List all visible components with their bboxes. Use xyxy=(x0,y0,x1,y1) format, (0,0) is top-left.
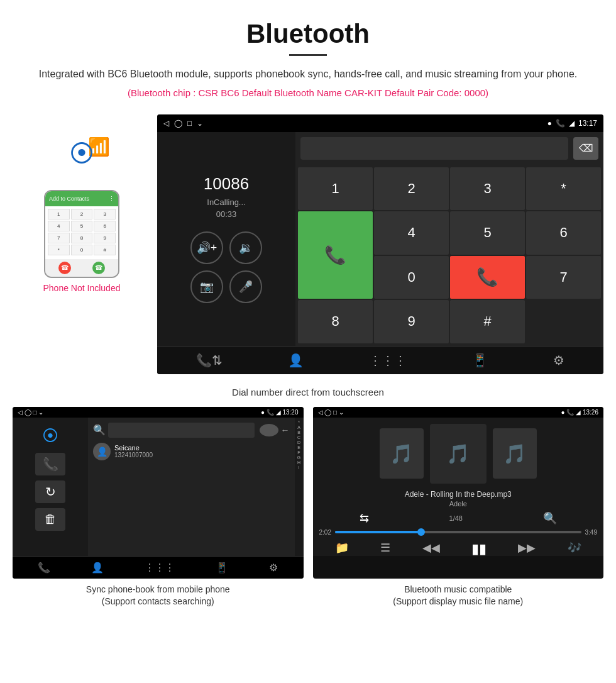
phone-key-0[interactable]: 0 xyxy=(71,245,93,255)
android-status-bar: ◁ ◯ □ ⌄ ● 📞 ◢ 13:17 xyxy=(157,114,603,132)
bluetooth-active-icon: ⦿ xyxy=(35,425,65,448)
dial-right-panel: ⌫ 1 2 3 * 📞 4 5 6 0 📞 7 8 9 # xyxy=(295,132,603,346)
music-album-art-row: 🎵 🎵 🎵 xyxy=(380,424,537,484)
equalizer-icon[interactable]: 🎶 xyxy=(568,541,581,557)
phonebook-contact-item[interactable]: 👤 Seicane 13241007000 xyxy=(93,443,290,460)
phone-key-hash[interactable]: # xyxy=(94,245,116,255)
call-red-button[interactable]: 📞 xyxy=(450,256,525,299)
phonebook-screenshot-block: ◁ ◯ □ ⌄ ● 📞 ◢ 13:20 ⦿ 📞 ↻ 🗑 🔍 xyxy=(13,407,304,611)
key-0[interactable]: 0 xyxy=(374,256,449,299)
music-caption: Bluetooth music compatible (Support disp… xyxy=(313,579,604,611)
phone-illustration: 📶 ⦿ Add to Contacts ⋮ 1 2 3 4 5 6 xyxy=(13,114,151,293)
music-body: 🎵 🎵 🎵 Adele - Rolling In the Deep.mp3 Ad… xyxy=(313,418,604,556)
phone-key-4[interactable]: 4 xyxy=(48,221,70,231)
transfer-call-button[interactable]: 📷 xyxy=(190,270,223,303)
progress-thumb[interactable] xyxy=(417,528,425,536)
music-progress-row: 2:02 3:49 xyxy=(319,529,598,536)
key-hash[interactable]: # xyxy=(450,300,525,343)
music-status-left: ◁ ◯ □ ⌄ xyxy=(318,409,344,416)
progress-bar[interactable] xyxy=(335,531,581,533)
page-title: Bluetooth xyxy=(25,19,591,49)
phone-mockup: Add to Contacts ⋮ 1 2 3 4 5 6 7 8 9 xyxy=(44,190,119,278)
settings-button[interactable]: ⚙ xyxy=(553,353,564,368)
phonebook-status-left: ◁ ◯ □ ⌄ xyxy=(18,409,43,416)
pb-bottom-settings-icon[interactable]: ⚙ xyxy=(269,562,278,574)
phonebook-alpha-index: * A B C D E F G H I xyxy=(295,418,304,556)
pb-call-icon[interactable]: 📞 xyxy=(35,453,65,475)
album-art-center: 🎵 xyxy=(430,424,487,484)
artist-name: Adele xyxy=(405,500,512,508)
phone-key-2[interactable]: 2 xyxy=(71,209,93,219)
mute-button[interactable]: 🎤 xyxy=(229,270,262,303)
keypad-button[interactable]: ⋮⋮⋮ xyxy=(369,353,407,368)
key-star[interactable]: * xyxy=(526,167,601,211)
music-controls-row: ⇆ 1/48 🔍 xyxy=(319,511,598,525)
key-3[interactable]: 3 xyxy=(450,167,525,211)
dial-bottom-bar: 📞⇅ 👤 ⋮⋮⋮ 📱 ⚙ xyxy=(157,346,603,374)
dial-screen-caption: Dial number direct from touchscreen xyxy=(0,380,616,407)
call-controls: 🔊+ 🔉 📷 🎤 xyxy=(190,231,262,303)
phonebook-back-icon[interactable]: ← xyxy=(281,425,290,435)
pb-bottom-call-icon[interactable]: 📞 xyxy=(38,562,50,574)
folder-icon[interactable]: 📁 xyxy=(335,541,349,557)
search-icon[interactable]: 🔍 xyxy=(93,424,106,436)
phone-key-7[interactable]: 7 xyxy=(48,233,70,243)
key-1[interactable]: 1 xyxy=(298,167,373,211)
keypad-grid: 1 2 3 * 📞 4 5 6 0 📞 7 8 9 # xyxy=(295,165,603,346)
pb-bottom-contacts-icon[interactable]: 👤 xyxy=(91,562,104,574)
key-9[interactable]: 9 xyxy=(374,300,449,343)
progress-fill xyxy=(335,531,421,533)
key-7[interactable]: 7 xyxy=(526,256,601,299)
phonebook-caption: Sync phone-book from mobile phone (Suppo… xyxy=(13,579,304,611)
volume-up-button[interactable]: 🔊+ xyxy=(190,231,223,264)
pb-delete-icon[interactable]: 🗑 xyxy=(35,508,65,531)
call-green-button[interactable]: 📞 xyxy=(298,211,373,299)
current-time: 2:02 xyxy=(319,529,331,536)
bluetooth-symbol-icon: ⦿ xyxy=(69,140,94,168)
phone-key-6[interactable]: 6 xyxy=(94,221,116,231)
phone-key-star[interactable]: * xyxy=(48,245,70,255)
recents-icon: □ xyxy=(187,119,192,128)
phone-key-1[interactable]: 1 xyxy=(48,209,70,219)
key-8[interactable]: 8 xyxy=(298,300,373,343)
call-log-button[interactable]: 📞⇅ xyxy=(196,353,223,368)
phone-end-call-button[interactable]: ☎ xyxy=(58,262,71,274)
phone-key-9[interactable]: 9 xyxy=(94,233,116,243)
phone-key-5[interactable]: 5 xyxy=(71,221,93,231)
shuffle-icon[interactable]: ⇆ xyxy=(360,511,369,525)
pb-bottom-keypad-icon[interactable]: ⋮⋮⋮ xyxy=(145,562,175,574)
phonebook-search-input[interactable] xyxy=(108,423,255,438)
dial-backspace-button[interactable]: ⌫ xyxy=(573,137,598,160)
pb-sync-icon[interactable]: ↻ xyxy=(35,480,65,503)
music-info: Adele - Rolling In the Deep.mp3 Adele xyxy=(405,490,512,508)
status-time: 13:17 xyxy=(578,119,597,128)
playlist-icon[interactable]: ☰ xyxy=(380,541,390,557)
phone-key-8[interactable]: 8 xyxy=(71,233,93,243)
android-dial-screen: ◁ ◯ □ ⌄ ● 📞 ◢ 13:17 10086 InCalling... 0… xyxy=(157,114,603,374)
dial-input-field[interactable] xyxy=(300,137,568,160)
page-header: Bluetooth Integrated with BC6 Bluetooth … xyxy=(0,0,616,114)
volume-down-button[interactable]: 🔉 xyxy=(229,231,262,264)
key-4[interactable]: 4 xyxy=(374,211,449,255)
pb-bottom-transfer-icon[interactable]: 📱 xyxy=(216,562,228,574)
next-icon[interactable]: ▶▶ xyxy=(518,541,536,557)
page-description: Integrated with BC6 Bluetooth module, su… xyxy=(25,66,591,82)
phone-key-3[interactable]: 3 xyxy=(94,209,116,219)
track-info: 1/48 xyxy=(449,514,463,522)
play-pause-icon[interactable]: ▮▮ xyxy=(471,541,487,557)
music-playback-row: 📁 ☰ ◀◀ ▮▮ ▶▶ 🎶 xyxy=(319,541,598,557)
dial-left-panel: 10086 InCalling... 00:33 🔊+ 🔉 📷 🎤 xyxy=(157,132,295,346)
download-icon: ⌄ xyxy=(197,119,203,128)
music-status-right: ● 📞 ◢ 13:26 xyxy=(561,409,598,416)
total-time: 3:49 xyxy=(585,529,597,536)
contacts-button[interactable]: 👤 xyxy=(288,353,304,368)
phone-call-button[interactable]: ☎ xyxy=(92,262,105,274)
music-screenshot-block: ◁ ◯ □ ⌄ ● 📞 ◢ 13:26 🎵 🎵 🎵 Adele - Rollin… xyxy=(313,407,604,611)
key-6[interactable]: 6 xyxy=(526,211,601,255)
phonebook-search-row: 🔍 ← xyxy=(93,423,290,438)
key-5[interactable]: 5 xyxy=(450,211,525,255)
prev-icon[interactable]: ◀◀ xyxy=(422,541,440,557)
key-2[interactable]: 2 xyxy=(374,167,449,211)
search-music-icon[interactable]: 🔍 xyxy=(543,511,557,525)
transfer-button[interactable]: 📱 xyxy=(472,353,488,368)
